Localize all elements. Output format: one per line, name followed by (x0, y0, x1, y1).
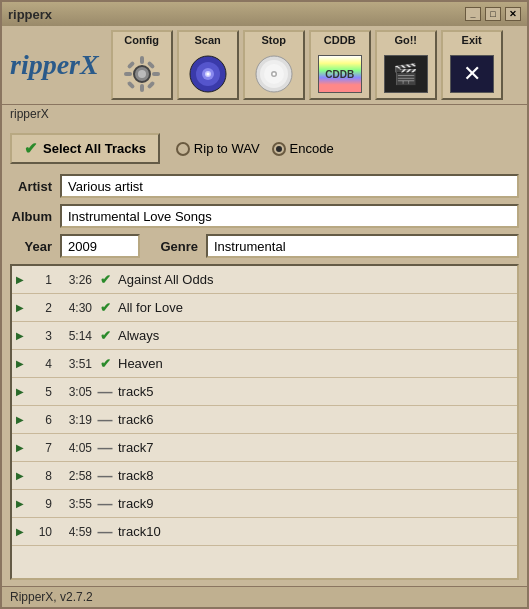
check-yes-icon: ✔ (100, 272, 111, 287)
track-number: 1 (34, 273, 52, 287)
window-controls: _ □ ✕ (465, 7, 521, 21)
track-number: 8 (34, 469, 52, 483)
artist-input[interactable] (60, 174, 519, 198)
track-check-icon[interactable]: ✔ (96, 272, 114, 287)
config-button[interactable]: Config (111, 30, 173, 100)
play-icon[interactable]: ▶ (16, 526, 30, 537)
option-bar: ✔ Select All Tracks Rip to WAV Encode (10, 129, 519, 168)
select-all-label: Select All Tracks (43, 141, 146, 156)
track-check-icon[interactable]: — (96, 439, 114, 456)
check-minus-icon: — (98, 523, 113, 540)
check-yes-icon: ✔ (100, 300, 111, 315)
play-icon[interactable]: ▶ (16, 442, 30, 453)
main-window: ripperx _ □ ✕ ripperX Config (0, 0, 529, 609)
table-row[interactable]: ▶ 9 3:55 — track9 (12, 490, 517, 518)
check-minus-icon: — (98, 411, 113, 428)
tracks-inner: ▶ 1 3:26 ✔ Against All Odds ▶ 2 4:30 ✔ A… (12, 266, 517, 546)
minimize-button[interactable]: _ (465, 7, 481, 21)
app-logo: ripperX (10, 49, 99, 81)
play-icon[interactable]: ▶ (16, 386, 30, 397)
tracks-list[interactable]: ▶ 1 3:26 ✔ Against All Odds ▶ 2 4:30 ✔ A… (10, 264, 519, 580)
track-time: 4:05 (56, 441, 92, 455)
go-button[interactable]: Go!! 🎬 (375, 30, 437, 100)
title-bar: ripperx _ □ ✕ (2, 2, 527, 26)
year-genre-row: Year Genre (10, 234, 519, 258)
svg-point-1 (138, 70, 146, 78)
artist-label: Artist (10, 179, 52, 194)
track-check-icon[interactable]: — (96, 383, 114, 400)
close-button[interactable]: ✕ (505, 7, 521, 21)
track-check-icon[interactable]: ✔ (96, 356, 114, 371)
track-check-icon[interactable]: — (96, 523, 114, 540)
rip-to-wav-label: Rip to WAV (194, 141, 260, 156)
table-row[interactable]: ▶ 6 3:19 — track6 (12, 406, 517, 434)
track-name: track6 (118, 412, 513, 427)
scan-label: Scan (195, 34, 221, 46)
stop-cd-icon (252, 52, 296, 96)
album-input[interactable] (60, 204, 519, 228)
maximize-button[interactable]: □ (485, 7, 501, 21)
play-icon[interactable]: ▶ (16, 274, 30, 285)
album-label: Album (10, 209, 52, 224)
status-bar: RipperX, v2.7.2 (2, 586, 527, 607)
track-name: All for Love (118, 300, 513, 315)
stop-label: Stop (261, 34, 285, 46)
table-row[interactable]: ▶ 4 3:51 ✔ Heaven (12, 350, 517, 378)
svg-point-19 (272, 73, 275, 76)
form-area: Artist Album Year Genre (10, 174, 519, 258)
genre-input[interactable] (206, 234, 519, 258)
track-check-icon[interactable]: ✔ (96, 328, 114, 343)
play-icon[interactable]: ▶ (16, 358, 30, 369)
track-number: 6 (34, 413, 52, 427)
track-name: track8 (118, 468, 513, 483)
track-check-icon[interactable]: — (96, 495, 114, 512)
svg-rect-3 (140, 84, 144, 92)
track-name: track9 (118, 496, 513, 511)
track-number: 9 (34, 497, 52, 511)
track-check-icon[interactable]: — (96, 411, 114, 428)
table-row[interactable]: ▶ 8 2:58 — track8 (12, 462, 517, 490)
play-icon[interactable]: ▶ (16, 498, 30, 509)
track-time: 3:19 (56, 413, 92, 427)
album-row: Album (10, 204, 519, 228)
play-icon[interactable]: ▶ (16, 302, 30, 313)
cddb-button[interactable]: CDDB CDDB (309, 30, 371, 100)
track-time: 2:58 (56, 469, 92, 483)
svg-rect-9 (146, 81, 154, 89)
play-icon[interactable]: ▶ (16, 330, 30, 341)
table-row[interactable]: ▶ 10 4:59 — track10 (12, 518, 517, 546)
window-title: ripperx (8, 7, 52, 22)
track-name: track7 (118, 440, 513, 455)
track-number: 5 (34, 385, 52, 399)
year-input[interactable] (60, 234, 140, 258)
table-row[interactable]: ▶ 3 5:14 ✔ Always (12, 322, 517, 350)
table-row[interactable]: ▶ 1 3:26 ✔ Against All Odds (12, 266, 517, 294)
rip-to-wav-radio[interactable] (176, 142, 190, 156)
scan-button[interactable]: Scan (177, 30, 239, 100)
track-time: 3:55 (56, 497, 92, 511)
table-row[interactable]: ▶ 2 4:30 ✔ All for Love (12, 294, 517, 322)
rip-to-wav-option[interactable]: Rip to WAV (176, 141, 260, 156)
track-check-icon[interactable]: — (96, 467, 114, 484)
go-label: Go!! (394, 34, 417, 46)
track-time: 4:59 (56, 525, 92, 539)
encode-option[interactable]: Encode (272, 141, 334, 156)
svg-rect-8 (126, 81, 134, 89)
check-yes-icon: ✔ (100, 328, 111, 343)
table-row[interactable]: ▶ 5 3:05 — track5 (12, 378, 517, 406)
svg-rect-2 (140, 56, 144, 64)
track-time: 4:30 (56, 301, 92, 315)
stop-button[interactable]: Stop (243, 30, 305, 100)
play-icon[interactable]: ▶ (16, 414, 30, 425)
toolbar: ripperX Config Scan (2, 26, 527, 105)
track-number: 7 (34, 441, 52, 455)
encode-radio[interactable] (272, 142, 286, 156)
track-time: 5:14 (56, 329, 92, 343)
select-all-check-icon: ✔ (24, 139, 37, 158)
year-label: Year (10, 239, 52, 254)
exit-button[interactable]: Exit ✕ (441, 30, 503, 100)
select-all-button[interactable]: ✔ Select All Tracks (10, 133, 160, 164)
track-check-icon[interactable]: ✔ (96, 300, 114, 315)
table-row[interactable]: ▶ 7 4:05 — track7 (12, 434, 517, 462)
play-icon[interactable]: ▶ (16, 470, 30, 481)
